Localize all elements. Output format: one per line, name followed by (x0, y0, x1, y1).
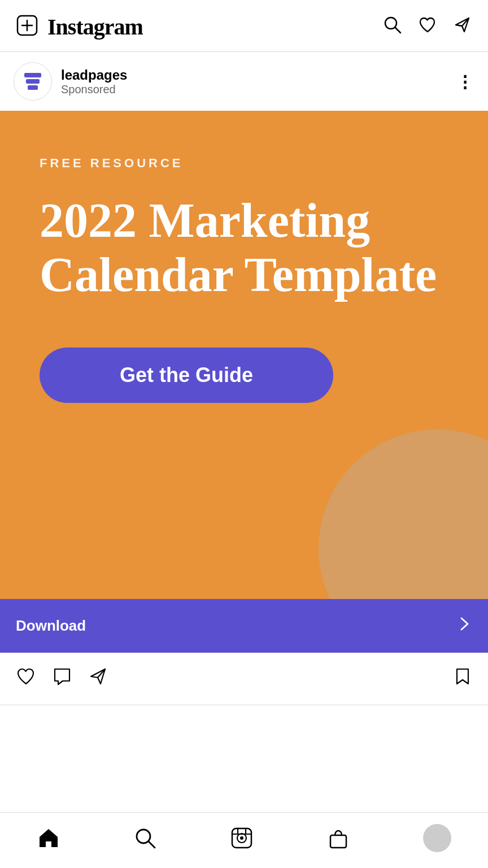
post-actions (0, 653, 488, 705)
comment-icon[interactable] (52, 666, 72, 691)
share-icon[interactable] (88, 666, 108, 691)
post-header: leadpages Sponsored ⋮ (0, 52, 488, 111)
free-resource-label: FREE RESOURCE (40, 156, 448, 171)
bottom-navigation (0, 812, 488, 868)
sponsored-label: Sponsored (61, 83, 127, 96)
nav-shop[interactable] (326, 826, 350, 850)
instagram-logo: Instagram (47, 14, 143, 40)
nav-left: Instagram (16, 14, 143, 40)
ad-image: FREE RESOURCE 2022 Marketing Calendar Te… (0, 111, 488, 599)
profile-avatar (423, 824, 451, 852)
like-icon[interactable] (16, 666, 36, 691)
get-guide-button[interactable]: Get the Guide (40, 348, 333, 403)
post-header-left: leadpages Sponsored (14, 62, 127, 101)
nav-reels[interactable] (230, 826, 254, 850)
chevron-right-icon (456, 616, 472, 636)
nav-right (383, 15, 472, 38)
logo-layer-1 (24, 73, 41, 77)
logo-layer-3 (28, 85, 38, 90)
ad-title: 2022 Marketing Calendar Template (40, 193, 448, 302)
search-icon[interactable] (383, 15, 402, 38)
account-info: leadpages Sponsored (61, 67, 127, 96)
download-bar[interactable]: Download (0, 599, 488, 653)
more-options-icon[interactable]: ⋮ (456, 72, 474, 92)
send-icon[interactable] (453, 15, 472, 38)
account-name[interactable]: leadpages (61, 67, 127, 83)
svg-line-4 (395, 28, 401, 33)
leadpages-logo-icon (24, 73, 41, 90)
svg-line-8 (149, 841, 155, 848)
nav-home[interactable] (37, 826, 60, 850)
top-navigation: Instagram (0, 0, 488, 52)
decorative-circle (319, 429, 488, 599)
logo-layer-2 (26, 79, 40, 84)
new-post-icon[interactable] (16, 14, 38, 40)
nav-search[interactable] (133, 826, 157, 850)
svg-rect-15 (330, 835, 346, 848)
download-label: Download (16, 617, 86, 635)
nav-profile[interactable] (423, 824, 451, 852)
bookmark-icon[interactable] (453, 667, 472, 691)
avatar[interactable] (14, 62, 52, 101)
heart-icon[interactable] (418, 15, 437, 38)
svg-point-11 (240, 836, 243, 840)
post-actions-left (16, 666, 108, 691)
